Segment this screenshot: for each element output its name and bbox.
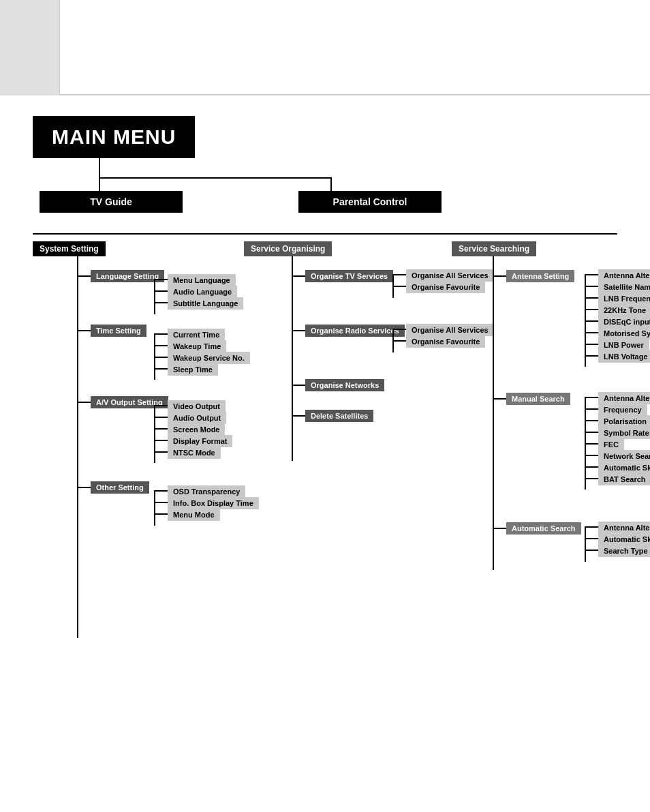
audio-language: Audio Language	[168, 286, 237, 298]
current-time: Current Time	[168, 329, 225, 341]
diseqc-input: DISEqC input	[598, 316, 650, 328]
manual-automatic-skip: Automatic Skip	[598, 462, 650, 474]
22khz-tone: 22KHz Tone	[598, 304, 650, 316]
av-output-setting-label: A/V Output Setting	[91, 396, 168, 408]
video-output: Video Output	[168, 400, 226, 412]
info-box-display-time: Info. Box Display Time	[168, 497, 259, 509]
manual-antenna-alternative: Antenna Alternative	[598, 392, 650, 404]
main-menu-title: MAIN MENU	[33, 116, 195, 158]
organise-networks-label: Organise Networks	[305, 379, 384, 391]
network-search: Network Search	[598, 450, 650, 462]
audio-output: Audio Output	[168, 412, 226, 424]
top-right-area	[60, 0, 650, 95]
auto-antenna-alternative: Antenna Alternative	[598, 522, 650, 534]
menu-mode: Menu Mode	[168, 509, 220, 521]
bat-search: BAT Search	[598, 473, 650, 485]
satellite-name: Satellite Name	[598, 281, 650, 293]
radio-organise-all: Organise All Services	[406, 324, 494, 336]
delete-satellites-label: Delete Satellites	[305, 410, 373, 422]
organise-radio-services-label: Organise Radio Services	[305, 325, 405, 337]
parental-control-button[interactable]: Parental Control	[298, 191, 442, 213]
fec: FEC	[598, 438, 624, 451]
tv-organise-all: Organise All Services	[406, 269, 494, 282]
other-setting-label: Other Setting	[91, 481, 149, 494]
lnb-frequency: LNB Frequency	[598, 292, 650, 305]
wakeup-service-no: Wakeup Service No.	[168, 352, 250, 364]
top-area	[0, 0, 650, 95]
antenna-alternative-1: Antenna Alternative	[598, 269, 650, 282]
frequency: Frequency	[598, 404, 647, 416]
lnb-power: LNB Power	[598, 339, 649, 351]
search-type: Search Type	[598, 545, 650, 557]
automatic-search-label: Automatic Search	[506, 522, 581, 535]
wakeup-time: Wakeup Time	[168, 340, 226, 352]
time-setting-label: Time Setting	[91, 325, 146, 337]
ntsc-mode: NTSC Mode	[168, 447, 221, 459]
auto-automatic-skip: Automatic Skip	[598, 533, 650, 545]
service-organising-root: Service Organising	[244, 241, 332, 256]
service-searching-root: Service Searching	[452, 241, 536, 256]
osd-transparency: OSD Transparency	[168, 485, 245, 498]
tv-guide-button[interactable]: TV Guide	[40, 191, 183, 213]
menu-language: Menu Language	[168, 274, 236, 286]
system-setting-root: System Setting	[33, 241, 106, 256]
antenna-setting-label: Antenna Setting	[506, 270, 574, 282]
radio-organise-favourite: Organise Favourite	[406, 335, 485, 348]
motorised-system: Motorised System	[598, 327, 650, 340]
screen-mode: Screen Mode	[168, 423, 225, 436]
polarisation: Polarisation	[598, 415, 650, 427]
lnb-voltage: LNB Voltage	[598, 350, 650, 363]
symbol-rate: Symbol Rate	[598, 427, 650, 439]
manual-search-label: Manual Search	[506, 393, 570, 405]
top-left-box	[0, 0, 60, 95]
display-format: Display Format	[168, 435, 232, 447]
subtitle-language: Subtitle Language	[168, 297, 243, 310]
tv-organise-favourite: Organise Favourite	[406, 281, 485, 293]
sleep-time: Sleep Time	[168, 363, 218, 376]
organise-tv-services-label: Organise TV Services	[305, 270, 393, 282]
